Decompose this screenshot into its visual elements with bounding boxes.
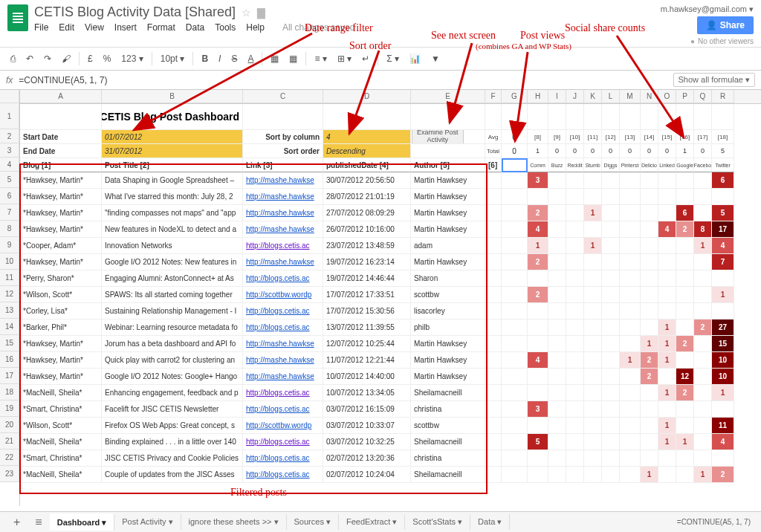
col-header-A[interactable]: A <box>20 90 102 103</box>
col-header-D[interactable]: D <box>323 90 411 103</box>
bold-button[interactable]: B <box>197 51 213 67</box>
post-link[interactable]: http://blogs.cetis.ac <box>243 270 323 287</box>
table-row[interactable]: *Smart, Christina*JISC CETIS Privacy and… <box>20 450 761 467</box>
table-row[interactable]: *Hawksey, Martin*Quick play with carrot2… <box>20 352 761 369</box>
post-link[interactable]: http://scottbw.wordp <box>243 287 323 303</box>
table-row[interactable]: *Wilson, Scott*SPAWS: Its all started co… <box>20 287 761 303</box>
col-header-R[interactable]: R <box>712 90 734 103</box>
examine-post-button[interactable]: Examine PostActivity <box>412 130 464 144</box>
col-header-I[interactable]: I <box>548 90 566 103</box>
merge-button[interactable]: ⊞ ▾ <box>333 51 356 67</box>
table-row[interactable]: *MacNeill, Sheila*Couple of updates from… <box>20 467 761 483</box>
row-header-16[interactable]: 16 <box>0 351 19 368</box>
row-header-12[interactable]: 12 <box>0 286 19 302</box>
table-row[interactable]: *MacNeill, Sheila*Binding explained . . … <box>20 434 761 450</box>
italic-button[interactable]: I <box>214 51 225 67</box>
col-header-J[interactable]: J <box>566 90 584 103</box>
row-header-19[interactable]: 19 <box>0 400 19 417</box>
align-button[interactable]: ≡ ▾ <box>310 51 331 67</box>
functions-button[interactable]: Σ ▾ <box>382 51 404 67</box>
post-link[interactable]: http://blogs.cetis.ac <box>243 319 323 336</box>
col-header-H[interactable]: H <box>528 90 548 103</box>
menu-tools[interactable]: Tools <box>215 22 236 33</box>
table-row[interactable]: *Hawksey, Martin*New features in NodeXL … <box>20 221 761 238</box>
table-row[interactable]: *Barker, Phil*Webinar: Learning resource… <box>20 319 761 336</box>
menu-insert[interactable]: Insert <box>114 22 137 33</box>
col-header-N[interactable]: N <box>641 90 658 103</box>
post-link[interactable]: http://mashe.hawkse <box>243 352 323 369</box>
col-header-B[interactable]: B <box>102 90 243 103</box>
col-header-M[interactable]: M <box>620 90 641 103</box>
percent-button[interactable]: % <box>99 51 116 67</box>
post-link[interactable]: http://mashe.hawkse <box>243 221 323 238</box>
currency-button[interactable]: £ <box>83 51 97 67</box>
row-header-1[interactable]: 1 <box>0 103 19 129</box>
col-header-E[interactable]: E <box>411 90 485 103</box>
undo-button[interactable]: ↶ <box>22 51 38 67</box>
table-row[interactable]: *MacNeill, Sheila*Enhancing engagement, … <box>20 385 761 401</box>
table-row[interactable]: *Hawksey, Martin*Jorum has a beta dashbo… <box>20 336 761 352</box>
row-header-2[interactable]: 2 <box>0 129 19 143</box>
row-header-8[interactable]: 8 <box>0 221 19 237</box>
post-link[interactable]: http://blogs.cetis.ac <box>243 238 323 254</box>
row-header-22[interactable]: 22 <box>0 450 19 466</box>
post-link[interactable]: http://mashe.hawkse <box>243 172 323 189</box>
col-header-O[interactable]: O <box>658 90 676 103</box>
menu-data[interactable]: Data <box>186 22 204 33</box>
table-row[interactable]: *Perry, Sharon*Engaging Alumni: AstonCon… <box>20 270 761 287</box>
row-header-23[interactable]: 23 <box>0 466 19 482</box>
filter-button[interactable]: ▼ <box>427 51 444 67</box>
row-header-6[interactable]: 6 <box>0 188 19 204</box>
star-icon[interactable]: ☆ <box>242 7 251 19</box>
table-row[interactable]: *Hawksey, Martin*Google I/O 2012 Notes: … <box>20 369 761 385</box>
row-header-13[interactable]: 13 <box>0 302 19 319</box>
strike-button[interactable]: S <box>227 51 242 67</box>
row-header-5[interactable]: 5 <box>0 172 19 188</box>
redo-button[interactable]: ↷ <box>39 51 56 67</box>
table-row[interactable]: *Hawksey, Martin*"finding compasses not … <box>20 205 761 221</box>
col-header-C[interactable]: C <box>243 90 323 103</box>
row-header-20[interactable]: 20 <box>0 417 19 433</box>
formula-input[interactable]: =CONTINUE(A5, 1, 7) <box>19 75 673 85</box>
post-link[interactable]: http://mashe.hawkse <box>243 254 323 270</box>
paint-format-button[interactable]: 🖌 <box>57 51 75 67</box>
row-header-17[interactable]: 17 <box>0 368 19 384</box>
fill-color-button[interactable]: ▦ <box>266 51 283 67</box>
col-header-F[interactable]: F <box>485 90 502 103</box>
col-header-K[interactable]: K <box>584 90 602 103</box>
row-header-14[interactable]: 14 <box>0 319 19 335</box>
table-row[interactable]: *Smart, Christina*Facelift for JISC CETI… <box>20 401 761 418</box>
border-button[interactable]: ▦ <box>285 51 302 67</box>
table-row[interactable]: *Hawksey, Martin*What I've starred this … <box>20 189 761 205</box>
post-link[interactable]: http://scottbw.wordp <box>243 418 323 434</box>
row-header-10[interactable]: 10 <box>0 253 19 270</box>
post-link[interactable]: http://blogs.cetis.ac <box>243 467 323 483</box>
menu-edit[interactable]: Edit <box>59 22 74 33</box>
share-button[interactable]: 👤 Share <box>697 16 754 34</box>
table-row[interactable]: *Corley, Lisa*Sustaining Relationship Ma… <box>20 303 761 319</box>
user-email[interactable]: m.hawksey@gmail.com ▾ <box>661 4 754 14</box>
post-link[interactable]: http://blogs.cetis.ac <box>243 303 323 319</box>
col-header-Q[interactable]: Q <box>694 90 712 103</box>
table-row[interactable]: *Cooper, Adam*Innovation Networkshttp://… <box>20 238 761 254</box>
row-header-9[interactable]: 9 <box>0 237 19 253</box>
menu-file[interactable]: File <box>34 22 48 33</box>
row-header-18[interactable]: 18 <box>0 384 19 400</box>
col-header-L[interactable]: L <box>602 90 620 103</box>
show-formulae-button[interactable]: Show all formulae ▾ <box>673 73 756 87</box>
chart-button[interactable]: 📊 <box>405 51 425 67</box>
post-link[interactable]: http://blogs.cetis.ac <box>243 401 323 418</box>
row-header-3[interactable]: 3 <box>0 143 19 158</box>
post-link[interactable]: http://mashe.hawkse <box>243 369 323 385</box>
post-link[interactable]: http://blogs.cetis.ac <box>243 385 323 401</box>
select-all-corner[interactable] <box>0 90 19 103</box>
post-link[interactable]: http://mashe.hawkse <box>243 205 323 221</box>
menu-view[interactable]: View <box>85 22 104 33</box>
post-link[interactable]: http://blogs.cetis.ac <box>243 450 323 467</box>
col-header-P[interactable]: P <box>676 90 694 103</box>
table-row[interactable]: *Hawksey, Martin*Google I/O 2012 Notes: … <box>20 254 761 270</box>
post-link[interactable]: http://mashe.hawkse <box>243 189 323 205</box>
post-link[interactable]: http://mashe.hawkse <box>243 336 323 352</box>
text-color-button[interactable]: A <box>243 51 258 67</box>
row-header-11[interactable]: 11 <box>0 270 19 286</box>
